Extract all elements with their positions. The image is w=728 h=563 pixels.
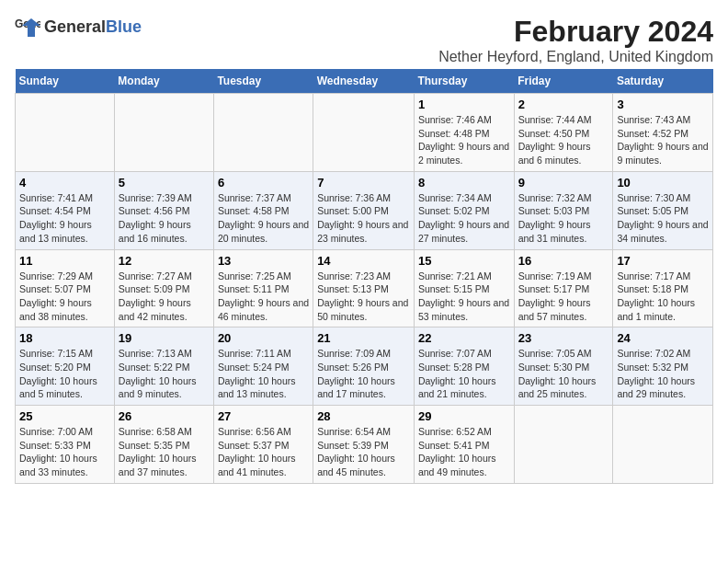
calendar-cell: 18Sunrise: 7:15 AMSunset: 5:20 PMDayligh… (16, 327, 115, 406)
day-info: Sunrise: 7:44 AMSunset: 4:50 PMDaylight:… (518, 113, 609, 167)
day-number: 6 (218, 176, 309, 190)
day-info: Sunrise: 7:00 AMSunset: 5:33 PMDaylight:… (19, 425, 110, 479)
calendar-cell: 9Sunrise: 7:32 AMSunset: 5:03 PMDaylight… (514, 171, 613, 249)
header: General GeneralBlue February 2024 Nether… (15, 15, 713, 65)
calendar-cell (313, 94, 415, 172)
calendar-week-3: 18Sunrise: 7:15 AMSunset: 5:20 PMDayligh… (16, 327, 713, 406)
calendar-cell (613, 406, 713, 484)
day-number: 7 (317, 176, 410, 190)
day-info: Sunrise: 7:43 AMSunset: 4:52 PMDaylight:… (617, 113, 709, 167)
calendar-cell: 29Sunrise: 6:52 AMSunset: 5:41 PMDayligh… (414, 406, 514, 484)
calendar-cell: 6Sunrise: 7:37 AMSunset: 4:58 PMDaylight… (213, 171, 313, 249)
day-info: Sunrise: 7:17 AMSunset: 5:18 PMDaylight:… (617, 270, 709, 324)
day-number: 5 (119, 176, 210, 190)
day-info: Sunrise: 6:54 AMSunset: 5:39 PMDaylight:… (317, 425, 410, 479)
logo-icon: General (15, 15, 40, 40)
day-number: 21 (317, 331, 410, 345)
calendar-cell: 13Sunrise: 7:25 AMSunset: 5:11 PMDayligh… (213, 249, 313, 327)
calendar-cell: 17Sunrise: 7:17 AMSunset: 5:18 PMDayligh… (613, 249, 713, 327)
calendar-week-1: 4Sunrise: 7:41 AMSunset: 4:54 PMDaylight… (16, 171, 713, 249)
day-info: Sunrise: 6:56 AMSunset: 5:37 PMDaylight:… (218, 425, 309, 479)
calendar-cell: 14Sunrise: 7:23 AMSunset: 5:13 PMDayligh… (313, 249, 415, 327)
day-number: 14 (317, 254, 410, 268)
day-number: 20 (218, 331, 309, 345)
day-info: Sunrise: 7:07 AMSunset: 5:28 PMDaylight:… (418, 347, 510, 401)
calendar-table: SundayMondayTuesdayWednesdayThursdayFrid… (15, 69, 713, 484)
column-header-tuesday: Tuesday (213, 69, 313, 94)
day-info: Sunrise: 7:32 AMSunset: 5:03 PMDaylight:… (518, 191, 609, 246)
day-number: 27 (218, 409, 309, 423)
calendar-cell: 19Sunrise: 7:13 AMSunset: 5:22 PMDayligh… (114, 327, 213, 406)
calendar-week-0: 1Sunrise: 7:46 AMSunset: 4:48 PMDaylight… (16, 94, 713, 172)
day-number: 1 (418, 98, 510, 111)
calendar-cell: 4Sunrise: 7:41 AMSunset: 4:54 PMDaylight… (16, 171, 115, 249)
title-area: February 2024 Nether Heyford, England, U… (438, 15, 713, 65)
day-info: Sunrise: 7:30 AMSunset: 5:05 PMDaylight:… (617, 191, 709, 246)
day-info: Sunrise: 7:34 AMSunset: 5:02 PMDaylight:… (418, 191, 510, 246)
column-header-sunday: Sunday (16, 69, 115, 94)
day-info: Sunrise: 7:23 AMSunset: 5:13 PMDaylight:… (317, 270, 410, 324)
day-number: 3 (617, 98, 709, 111)
day-info: Sunrise: 7:15 AMSunset: 5:20 PMDaylight:… (19, 347, 110, 401)
calendar-cell: 7Sunrise: 7:36 AMSunset: 5:00 PMDaylight… (313, 171, 415, 249)
calendar-cell: 8Sunrise: 7:34 AMSunset: 5:02 PMDaylight… (414, 171, 514, 249)
calendar-body: 1Sunrise: 7:46 AMSunset: 4:48 PMDaylight… (16, 94, 713, 484)
logo-text: GeneralBlue (44, 18, 142, 37)
calendar-cell (213, 94, 313, 172)
subtitle: Nether Heyford, England, United Kingdom (438, 49, 713, 65)
calendar-cell: 1Sunrise: 7:46 AMSunset: 4:48 PMDaylight… (414, 94, 514, 172)
day-number: 24 (617, 331, 709, 345)
day-info: Sunrise: 7:37 AMSunset: 4:58 PMDaylight:… (218, 191, 309, 246)
day-info: Sunrise: 7:21 AMSunset: 5:15 PMDaylight:… (418, 270, 510, 324)
day-info: Sunrise: 7:36 AMSunset: 5:00 PMDaylight:… (317, 191, 410, 246)
day-info: Sunrise: 7:05 AMSunset: 5:30 PMDaylight:… (518, 347, 609, 401)
calendar-cell (114, 94, 213, 172)
day-number: 15 (418, 254, 510, 268)
calendar-cell (514, 406, 613, 484)
day-number: 19 (119, 331, 210, 345)
calendar-cell: 5Sunrise: 7:39 AMSunset: 4:56 PMDaylight… (114, 171, 213, 249)
calendar-cell: 27Sunrise: 6:56 AMSunset: 5:37 PMDayligh… (213, 406, 313, 484)
calendar-cell: 20Sunrise: 7:11 AMSunset: 5:24 PMDayligh… (213, 327, 313, 406)
day-number: 17 (617, 254, 709, 268)
calendar-header: SundayMondayTuesdayWednesdayThursdayFrid… (16, 69, 713, 94)
logo: General GeneralBlue (15, 15, 142, 40)
calendar-cell: 23Sunrise: 7:05 AMSunset: 5:30 PMDayligh… (514, 327, 613, 406)
day-info: Sunrise: 7:02 AMSunset: 5:32 PMDaylight:… (617, 347, 709, 401)
day-number: 23 (518, 331, 609, 345)
calendar-cell: 10Sunrise: 7:30 AMSunset: 5:05 PMDayligh… (613, 171, 713, 249)
calendar-cell: 25Sunrise: 7:00 AMSunset: 5:33 PMDayligh… (16, 406, 115, 484)
day-info: Sunrise: 7:09 AMSunset: 5:26 PMDaylight:… (317, 347, 410, 401)
day-number: 10 (617, 176, 709, 190)
day-info: Sunrise: 7:41 AMSunset: 4:54 PMDaylight:… (19, 191, 110, 246)
calendar-cell: 21Sunrise: 7:09 AMSunset: 5:26 PMDayligh… (313, 327, 415, 406)
day-info: Sunrise: 7:13 AMSunset: 5:22 PMDaylight:… (119, 347, 210, 401)
main-title: February 2024 (438, 15, 713, 49)
column-header-monday: Monday (114, 69, 213, 94)
day-number: 22 (418, 331, 510, 345)
calendar-week-4: 25Sunrise: 7:00 AMSunset: 5:33 PMDayligh… (16, 406, 713, 484)
calendar-cell: 11Sunrise: 7:29 AMSunset: 5:07 PMDayligh… (16, 249, 115, 327)
calendar-cell: 15Sunrise: 7:21 AMSunset: 5:15 PMDayligh… (414, 249, 514, 327)
column-header-saturday: Saturday (613, 69, 713, 94)
day-number: 13 (218, 254, 309, 268)
column-header-thursday: Thursday (414, 69, 514, 94)
calendar-week-2: 11Sunrise: 7:29 AMSunset: 5:07 PMDayligh… (16, 249, 713, 327)
day-info: Sunrise: 7:27 AMSunset: 5:09 PMDaylight:… (119, 270, 210, 324)
day-number: 29 (418, 409, 510, 423)
day-number: 26 (119, 409, 210, 423)
day-number: 4 (19, 176, 110, 190)
day-number: 18 (19, 331, 110, 345)
day-number: 9 (518, 176, 609, 190)
day-number: 28 (317, 409, 410, 423)
day-number: 25 (19, 409, 110, 423)
calendar-cell (16, 94, 115, 172)
column-header-friday: Friday (514, 69, 613, 94)
calendar-cell: 22Sunrise: 7:07 AMSunset: 5:28 PMDayligh… (414, 327, 514, 406)
column-header-wednesday: Wednesday (313, 69, 415, 94)
calendar-cell: 3Sunrise: 7:43 AMSunset: 4:52 PMDaylight… (613, 94, 713, 172)
day-info: Sunrise: 6:58 AMSunset: 5:35 PMDaylight:… (119, 425, 210, 479)
calendar-cell: 16Sunrise: 7:19 AMSunset: 5:17 PMDayligh… (514, 249, 613, 327)
day-info: Sunrise: 7:25 AMSunset: 5:11 PMDaylight:… (218, 270, 309, 324)
calendar-cell: 26Sunrise: 6:58 AMSunset: 5:35 PMDayligh… (114, 406, 213, 484)
